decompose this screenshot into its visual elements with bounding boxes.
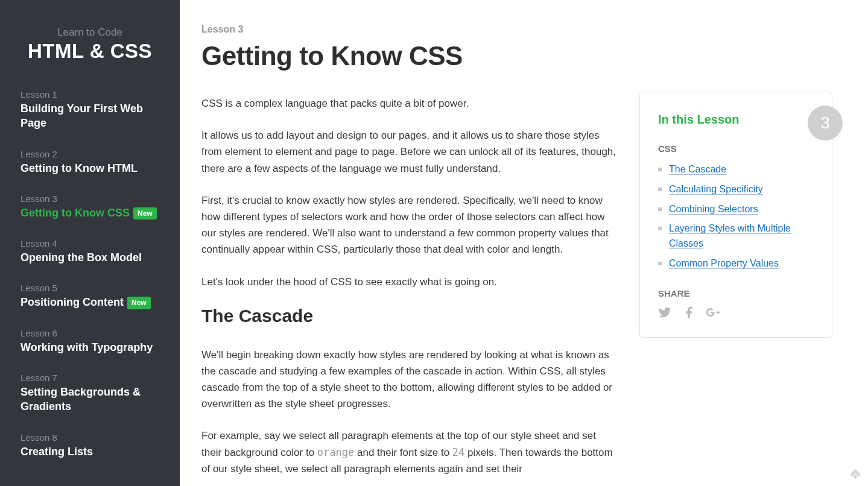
sidebar-lesson-item[interactable]: Lesson 3Getting to Know CSSNew [21,194,159,220]
share-icons [658,306,814,321]
code-inline: 24 [452,446,464,458]
lesson-number: Lesson 4 [21,238,159,248]
lesson-title: Setting Backgrounds & Gradients [21,385,159,414]
lesson-number: Lesson 7 [21,373,159,383]
lesson-title: Opening the Box Model [21,250,159,265]
feedly-icon[interactable] [849,468,862,481]
sidebar-subtitle: Learn to Code [21,27,159,39]
code-inline: orange [317,446,354,458]
sidebar-lesson-item[interactable]: Lesson 4Opening the Box Model [21,238,159,265]
body-paragraph: Let's look under the hood of CSS to see … [201,274,618,290]
toc-heading: In this Lesson [658,113,814,127]
lesson-label: Lesson 3 [201,24,618,35]
twitter-icon[interactable] [658,306,671,321]
lesson-number: Lesson 1 [21,89,159,99]
toc-box: 3 In this Lesson CSS The CascadeCalculat… [639,92,832,338]
toc-item: Combining Selectors [658,202,814,217]
lesson-number-circle: 3 [808,106,843,140]
lesson-title: Positioning ContentNew [21,295,159,309]
body-paragraph: First, it's crucial to know exactly how … [201,192,618,258]
toc-item: Common Property Values [658,256,814,271]
sidebar-lesson-item[interactable]: Lesson 5Positioning ContentNew [21,283,159,309]
lesson-title: Getting to Know CSSNew [21,206,159,220]
lesson-title: Getting to Know HTML [21,161,159,175]
toc-link[interactable]: Combining Selectors [669,204,758,215]
lesson-title: Building Your First Web Page [21,101,159,131]
lesson-title: Creating Lists [21,444,159,459]
toc-item: Layering Styles with Multiple Classes [658,221,814,251]
article: Lesson 3 Getting to Know CSS CSS is a co… [201,24,618,486]
sidebar: Learn to Code HTML & CSS Lesson 1Buildin… [0,0,180,486]
toc-link[interactable]: The Cascade [669,164,726,175]
toc-link[interactable]: Layering Styles with Multiple Classes [669,223,791,249]
toc-item: Calculating Specificity [658,182,814,197]
lesson-number: Lesson 8 [21,432,159,443]
toc-link[interactable]: Common Property Values [669,258,779,269]
section-heading: The Cascade [201,306,618,326]
body-paragraph: It allows us to add layout and design to… [201,127,618,177]
toc-list: The CascadeCalculating SpecificityCombin… [658,162,814,271]
googleplus-icon[interactable] [706,306,720,321]
lesson-number: Lesson 3 [21,194,159,204]
sidebar-lesson-item[interactable]: Lesson 1Building Your First Web Page [21,89,159,131]
lesson-list: Lesson 1Building Your First Web PageLess… [21,89,159,459]
toc-link[interactable]: Calculating Specificity [669,184,763,195]
lesson-number: Lesson 2 [21,149,159,159]
body-paragraph: For example, say we select all paragraph… [201,428,618,477]
sidebar-lesson-item[interactable]: Lesson 7Setting Backgrounds & Gradients [21,373,159,414]
body-paragraph: We'll begin breaking down exactly how st… [201,347,618,412]
lesson-number: Lesson 6 [21,328,159,338]
share-heading: SHARE [658,288,814,298]
text: and their font size to [354,447,452,458]
sidebar-title: HTML & CSS [21,40,159,63]
toc-subheading: CSS [658,144,814,154]
facebook-icon[interactable] [682,306,695,321]
new-badge: New [127,297,151,309]
new-badge: New [133,207,157,219]
sidebar-lesson-item[interactable]: Lesson 6Working with Typography [21,328,159,355]
toc-item: The Cascade [658,162,814,177]
sidebar-lesson-item[interactable]: Lesson 8Creating Lists [21,432,159,459]
page-title: Getting to Know CSS [201,41,618,71]
main-content: Lesson 3 Getting to Know CSS CSS is a co… [180,0,868,486]
lesson-number: Lesson 5 [21,283,159,293]
intro-paragraph: CSS is a complex language that packs qui… [201,95,618,112]
sidebar-lesson-item[interactable]: Lesson 2Getting to Know HTML [21,149,159,175]
lesson-title: Working with Typography [21,340,159,355]
aside: 3 In this Lesson CSS The CascadeCalculat… [639,24,832,486]
